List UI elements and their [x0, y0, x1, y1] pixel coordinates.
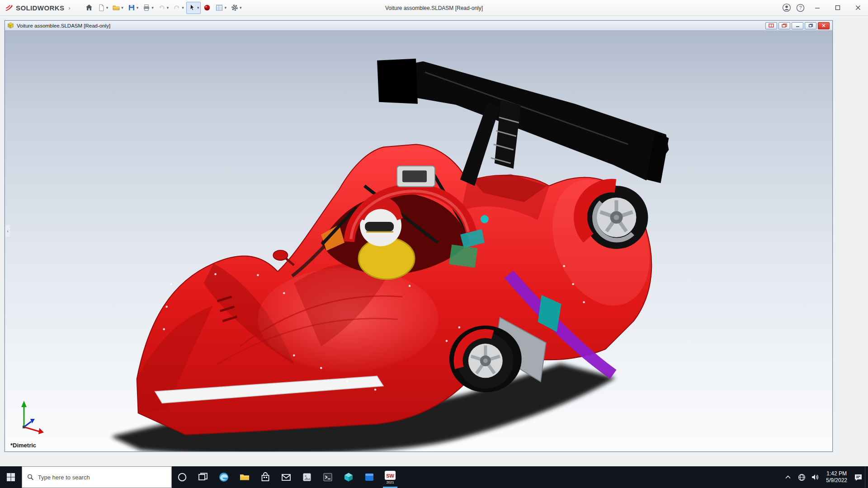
redo-button[interactable]: ▾	[171, 2, 186, 14]
help-button[interactable]: ?	[793, 0, 807, 16]
notification-icon	[854, 474, 863, 481]
graphics-area[interactable]: *Dimetric ‹	[5, 31, 832, 451]
feature-panel-collapse-arrow[interactable]: ‹	[5, 225, 10, 237]
taskbar-clock[interactable]: 1:42 PM 5/9/2022	[822, 466, 851, 488]
clock-date: 5/9/2022	[826, 477, 847, 484]
dropdown-caret-icon[interactable]: ▾	[106, 6, 108, 10]
select-tool-button[interactable]: ▾	[186, 2, 201, 14]
save-icon	[127, 4, 136, 12]
dropdown-caret-icon[interactable]: ▾	[137, 6, 139, 10]
cortana-icon	[177, 472, 187, 482]
doc-minimize-button[interactable]	[792, 22, 803, 29]
standard-toolbar: ▾ ▾ ▾ ▾ ▾ ▾ ▾ ▾	[83, 2, 244, 14]
show-desktop-button[interactable]	[865, 466, 868, 488]
taskbar-remote-desktop-button[interactable]	[359, 466, 380, 488]
document-titlebar[interactable]: Voiture assomblee.SLDASM [Read-only]	[5, 21, 832, 31]
svg-text:?: ?	[799, 5, 802, 10]
print-button[interactable]: ▾	[141, 2, 156, 14]
rear-left-wheel	[449, 326, 522, 393]
document-title: Voiture assomblee.SLDASM [Read-only]	[17, 23, 110, 28]
car-3d-model	[5, 31, 832, 451]
document-window-controls	[765, 22, 830, 29]
taskbar-search[interactable]	[22, 466, 172, 488]
photos-icon	[302, 472, 312, 483]
table-icon	[215, 4, 223, 12]
system-tray: 1:42 PM 5/9/2022	[781, 466, 868, 488]
cortana-button[interactable]	[172, 466, 193, 488]
help-icon: ?	[796, 4, 805, 12]
sphere-tool-button[interactable]	[201, 2, 213, 14]
undo-icon	[158, 4, 166, 12]
clock-time: 1:42 PM	[826, 470, 847, 477]
taskbar-edge-button[interactable]	[213, 466, 234, 488]
file-explorer-icon	[239, 472, 250, 483]
open-button[interactable]: ▾	[110, 2, 125, 14]
side-mirror	[273, 250, 288, 260]
maximize-icon	[835, 5, 840, 10]
doc-pane-button-1[interactable]	[765, 22, 777, 29]
assembly-document-icon	[7, 22, 14, 29]
account-button[interactable]	[780, 0, 793, 16]
home-button[interactable]	[83, 2, 95, 14]
taskbar-solidworks-button[interactable]: SW 2021	[380, 466, 401, 488]
taskbar-3d-viewer-button[interactable]	[338, 466, 359, 488]
svg-text:SW: SW	[386, 473, 394, 478]
task-view-button[interactable]	[193, 466, 213, 488]
home-icon	[85, 4, 93, 12]
task-view-icon	[198, 472, 208, 482]
user-account-icon	[782, 3, 791, 12]
app-maximize-button[interactable]	[827, 0, 848, 16]
store-icon	[260, 472, 271, 483]
app-minimize-button[interactable]	[807, 0, 827, 16]
taskbar-photos-button[interactable]	[297, 466, 317, 488]
edge-browser-icon	[218, 472, 229, 483]
taskbar: SW 2021 1:42 PM 5/9/2022	[0, 466, 868, 488]
search-input[interactable]	[38, 474, 166, 481]
dropdown-caret-icon[interactable]: ▾	[240, 6, 242, 10]
dropdown-caret-icon[interactable]: ▾	[167, 6, 169, 10]
solidworks-logo: SOLIDWORKS ›	[0, 4, 76, 12]
doc-restore-button[interactable]	[805, 22, 816, 29]
tray-network-button[interactable]	[795, 466, 808, 488]
undo-button[interactable]: ▾	[156, 2, 171, 14]
taskbar-mail-button[interactable]	[276, 466, 297, 488]
dropdown-caret-icon[interactable]: ▾	[121, 6, 123, 10]
new-document-icon	[97, 4, 105, 12]
doc-close-button[interactable]	[818, 22, 830, 29]
table-tool-button[interactable]: ▾	[213, 2, 228, 14]
doc-pane-button-2[interactable]	[778, 22, 790, 29]
minimize-icon	[795, 23, 800, 28]
document-window: Voiture assomblee.SLDASM [Read-only]	[5, 20, 833, 452]
menu-expand-arrow[interactable]: ›	[68, 5, 70, 11]
dropdown-caret-icon[interactable]: ▾	[151, 6, 154, 10]
taskbar-file-explorer-button[interactable]	[234, 466, 255, 488]
tray-overflow-button[interactable]	[781, 466, 795, 488]
start-button[interactable]	[0, 466, 22, 488]
search-icon	[27, 474, 34, 481]
windows-logo-icon	[6, 473, 15, 482]
app-titlebar: SOLIDWORKS › ▾ ▾ ▾ ▾ ▾ ▾	[0, 0, 868, 16]
solidworks-version-badge: 2021	[387, 481, 394, 484]
taskbar-command-prompt-button[interactable]	[317, 466, 338, 488]
app-title: Voiture assomblee.SLDASM [Read-only]	[385, 0, 483, 16]
save-button[interactable]: ▾	[126, 2, 141, 14]
new-document-button[interactable]: ▾	[95, 2, 110, 14]
tray-volume-button[interactable]	[808, 466, 822, 488]
chevron-up-icon	[785, 475, 791, 479]
cascade-window-icon	[782, 23, 787, 28]
options-button[interactable]: ▾	[229, 2, 244, 14]
action-center-button[interactable]	[851, 466, 865, 488]
app-close-button[interactable]	[848, 0, 868, 16]
ds-logo-icon	[5, 4, 14, 12]
gear-icon	[231, 4, 239, 12]
print-icon	[142, 4, 151, 12]
taskbar-store-button[interactable]	[255, 466, 276, 488]
titlebar-right-controls: ?	[780, 0, 868, 15]
dropdown-caret-icon[interactable]: ▾	[197, 6, 199, 10]
dropdown-caret-icon[interactable]: ▾	[182, 6, 184, 10]
close-icon	[855, 5, 861, 10]
wing-supports	[460, 99, 521, 186]
network-icon	[798, 474, 806, 481]
dropdown-caret-icon[interactable]: ▾	[224, 6, 226, 10]
split-pane-icon	[769, 23, 774, 28]
